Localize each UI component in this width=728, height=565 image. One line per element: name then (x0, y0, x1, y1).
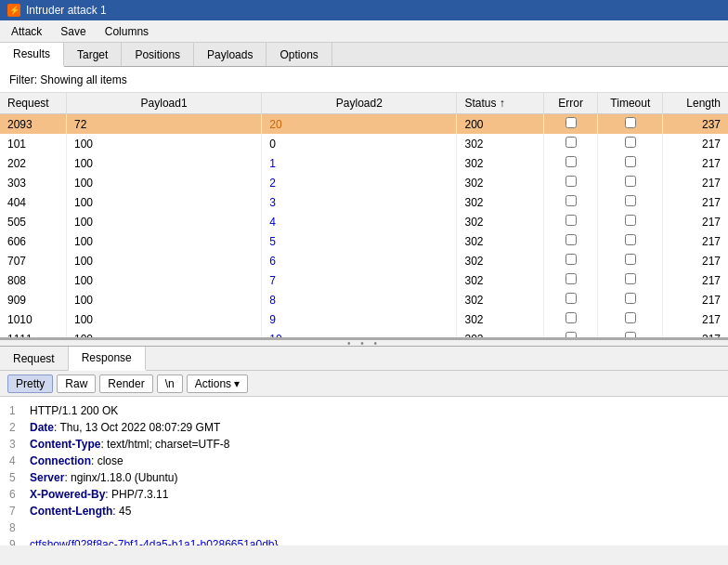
col-timeout[interactable]: Timeout (598, 93, 663, 114)
col-length[interactable]: Length (663, 93, 728, 114)
timeout-checkbox[interactable] (625, 312, 636, 323)
table-cell: 217 (663, 309, 728, 329)
table-row[interactable]: 20937220200237 (0, 114, 728, 135)
table-cell: 100 (66, 153, 261, 173)
table-row[interactable]: 5051004302217 (0, 212, 728, 231)
panel-divider[interactable]: • • • (0, 339, 728, 347)
timeout-checkbox[interactable] (625, 234, 636, 245)
col-payload2[interactable]: Payload2 (262, 93, 457, 114)
tab-positions[interactable]: Positions (122, 43, 194, 66)
timeout-checkbox[interactable] (625, 215, 636, 226)
table-cell[interactable] (598, 134, 663, 153)
table-cell: 302 (457, 329, 543, 339)
error-checkbox[interactable] (566, 137, 577, 148)
error-checkbox[interactable] (566, 176, 577, 187)
table-cell[interactable] (598, 329, 663, 339)
table-cell: 100 (66, 231, 261, 251)
table-cell[interactable] (543, 251, 597, 270)
results-table-container: Request Payload1 Payload2 Status Error T… (0, 93, 728, 339)
table-cell[interactable] (543, 270, 597, 290)
table-cell[interactable] (543, 329, 597, 339)
menu-save[interactable]: Save (57, 24, 89, 39)
timeout-checkbox[interactable] (625, 293, 636, 304)
line-number: 3 (9, 436, 22, 453)
table-cell[interactable] (598, 231, 663, 251)
table-cell[interactable] (543, 231, 597, 251)
chevron-down-icon: ▾ (234, 377, 240, 390)
table-row[interactable]: 1011000302217 (0, 134, 728, 153)
response-line: 2Date: Thu, 13 Oct 2022 08:07:29 GMT (9, 419, 719, 436)
table-cell[interactable] (598, 114, 663, 135)
error-checkbox[interactable] (566, 117, 577, 128)
menu-columns[interactable]: Columns (101, 24, 152, 39)
table-cell[interactable] (543, 290, 597, 309)
table-cell: 217 (663, 290, 728, 309)
table-row[interactable]: 10101009302217 (0, 309, 728, 329)
table-cell[interactable] (598, 309, 663, 329)
error-checkbox[interactable] (566, 312, 577, 323)
error-checkbox[interactable] (566, 195, 577, 206)
table-row[interactable]: 4041003302217 (0, 192, 728, 212)
timeout-checkbox[interactable] (625, 176, 636, 187)
actions-dropdown[interactable]: Actions ▾ (187, 374, 248, 393)
table-row[interactable]: 8081007302217 (0, 270, 728, 290)
table-row[interactable]: 7071006302217 (0, 251, 728, 270)
table-cell[interactable] (543, 153, 597, 173)
tab-request[interactable]: Request (0, 347, 69, 370)
error-checkbox[interactable] (566, 273, 577, 284)
col-request[interactable]: Request (0, 93, 66, 114)
table-cell[interactable] (598, 153, 663, 173)
table-cell[interactable] (598, 173, 663, 192)
tab-payloads[interactable]: Payloads (194, 43, 266, 66)
error-checkbox[interactable] (566, 254, 577, 265)
table-cell: 3 (262, 192, 457, 212)
line-text: Content-Type: text/html; charset=UTF-8 (30, 438, 229, 451)
timeout-checkbox[interactable] (625, 156, 636, 167)
table-cell[interactable] (598, 290, 663, 309)
timeout-checkbox[interactable] (625, 195, 636, 206)
tab-response[interactable]: Response (69, 347, 146, 371)
timeout-checkbox[interactable] (625, 117, 636, 128)
timeout-checkbox[interactable] (625, 254, 636, 265)
timeout-checkbox[interactable] (625, 137, 636, 148)
table-row[interactable]: 2021001302217 (0, 153, 728, 173)
table-cell[interactable] (598, 192, 663, 212)
table-row[interactable]: 3031002302217 (0, 173, 728, 192)
timeout-checkbox[interactable] (625, 332, 636, 339)
error-checkbox[interactable] (566, 332, 577, 339)
btn-render[interactable]: Render (99, 374, 152, 393)
table-cell[interactable] (543, 173, 597, 192)
timeout-checkbox[interactable] (625, 273, 636, 284)
table-cell[interactable] (543, 309, 597, 329)
table-cell[interactable] (598, 270, 663, 290)
response-line: 6X-Powered-By: PHP/7.3.11 (9, 486, 719, 503)
line-number: 2 (9, 419, 22, 436)
error-checkbox[interactable] (566, 215, 577, 226)
error-checkbox[interactable] (566, 156, 577, 167)
tab-target[interactable]: Target (64, 43, 122, 66)
col-status[interactable]: Status (457, 93, 543, 114)
menu-attack[interactable]: Attack (7, 24, 46, 39)
col-payload1[interactable]: Payload1 (66, 93, 261, 114)
btn-newline[interactable]: \n (157, 374, 183, 393)
btn-pretty[interactable]: Pretty (7, 374, 53, 393)
error-checkbox[interactable] (566, 293, 577, 304)
table-cell[interactable] (543, 134, 597, 153)
response-btn-bar: Pretty Raw Render \n Actions ▾ (0, 371, 728, 397)
table-cell[interactable] (598, 251, 663, 270)
table-row[interactable]: 6061005302217 (0, 231, 728, 251)
tab-results[interactable]: Results (0, 43, 64, 67)
table-cell: 404 (0, 192, 66, 212)
results-table: Request Payload1 Payload2 Status Error T… (0, 93, 728, 339)
col-error[interactable]: Error (543, 93, 597, 114)
tab-options[interactable]: Options (266, 43, 332, 66)
table-cell[interactable] (543, 212, 597, 231)
btn-raw[interactable]: Raw (57, 374, 96, 393)
table-cell: 217 (663, 329, 728, 339)
table-cell[interactable] (543, 192, 597, 212)
table-cell: 302 (457, 212, 543, 231)
error-checkbox[interactable] (566, 234, 577, 245)
table-cell[interactable] (543, 114, 597, 135)
table-cell[interactable] (598, 212, 663, 231)
table-row[interactable]: 9091008302217 (0, 290, 728, 309)
